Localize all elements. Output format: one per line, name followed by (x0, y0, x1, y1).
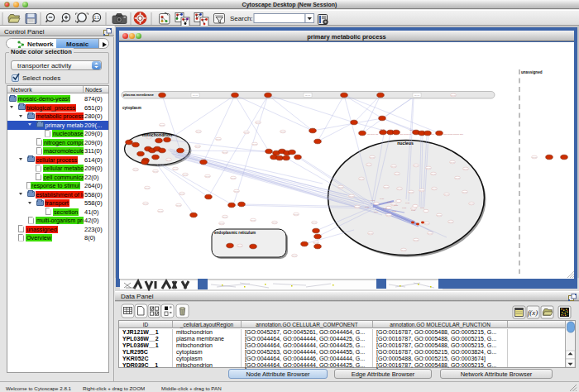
svg-text:(xx xx): (xx xx) (448, 221, 453, 222)
svg-text:(x xx): (x xx) (374, 211, 379, 213)
svg-text:mitochondrion: mitochondrion (142, 132, 172, 137)
svg-text:(xx xx): (xx xx) (244, 131, 249, 133)
svg-text:(xx xx): (xx xx) (414, 239, 419, 241)
svg-text:(xx xx): (xx xx) (437, 214, 442, 216)
svg-text:(xxx xx)(xx xxl)(xx xxx): (xxx xx)(xx xxl)(xx xxx) (443, 133, 463, 136)
svg-text:(xx): (xx) (431, 133, 434, 136)
svg-text:(xx xx): (xx xx) (463, 168, 468, 170)
svg-text:(x xx): (x xx) (392, 210, 397, 212)
svg-text:(xx xx): (xx xx) (359, 178, 364, 179)
svg-text:(xx xx)(x xxl): (xx xx)(x xxl) (367, 133, 379, 136)
svg-text:(xx xx): (xx xx) (401, 249, 406, 251)
svg-text:(xx xx): (xx xx) (193, 94, 199, 96)
svg-text:(xx xx): (xx xx) (462, 191, 467, 193)
svg-text:Search:: Search: (230, 15, 253, 22)
svg-text:(xx xx): (xx xx) (145, 187, 150, 189)
svg-text:(xx xx): (xx xx) (280, 131, 285, 132)
svg-text:(xx xx): (xx xx) (451, 94, 456, 96)
svg-text:(xx xx): (xx xx) (455, 177, 460, 179)
svg-text:(xx xx): (xx xx) (409, 191, 414, 193)
svg-text:(xx xx): (xx xx) (384, 186, 389, 188)
svg-text:(xx xx): (xx xx) (173, 168, 178, 170)
svg-text:(xx xx): (xx xx) (338, 186, 343, 188)
svg-text:(xx xx): (xx xx) (349, 195, 354, 197)
svg-text:(xx xx): (xx xx) (231, 177, 236, 179)
svg-text:(x xx): (x xx) (411, 209, 416, 211)
svg-text:(xx xx): (xx xx) (426, 167, 431, 169)
svg-text:(xx xx): (xx xx) (432, 188, 437, 189)
svg-text:(xx xx): (xx xx) (219, 222, 224, 224)
svg-text:(x xx): (x xx) (402, 207, 407, 208)
svg-text:(xx xx): (xx xx) (176, 204, 181, 206)
svg-text:(xx xx): (xx xx) (160, 124, 165, 126)
svg-text:1:1: 1:1 (94, 16, 100, 20)
svg-text:(xx xx): (xx xx) (179, 193, 184, 194)
svg-text:(xx xx): (xx xx) (234, 190, 239, 192)
svg-text:(xx xx): (xx xx) (237, 245, 242, 246)
svg-text:(xx xx): (xx xx) (414, 94, 420, 96)
svg-text:(xx xx): (xx xx) (428, 232, 433, 234)
svg-text:(xx xx): (xx xx) (414, 165, 419, 166)
svg-text:(xx xx): (xx xx) (143, 203, 148, 204)
svg-text:f(x): f(x) (528, 308, 538, 317)
svg-text:(xx xx): (xx xx) (153, 170, 158, 172)
svg-text:(xx xx): (xx xx) (223, 151, 227, 153)
svg-text:(xx xx): (xx xx) (133, 169, 138, 170)
svg-text:(xx xx): (xx xx) (366, 164, 371, 165)
svg-text:(xx xx): (xx xx) (431, 173, 436, 174)
svg-text:nucleus: nucleus (397, 141, 414, 146)
svg-text:(xx xx): (xx xx) (158, 210, 163, 212)
svg-text:(xx xx): (xx xx) (292, 255, 297, 256)
svg-text:(xx xx): (xx xx) (256, 122, 261, 123)
svg-text:(x xx): (x xx) (394, 204, 399, 206)
svg-text:(xx xx): (xx xx) (386, 214, 391, 216)
svg-text:(xx xx): (xx xx) (195, 146, 200, 147)
svg-text:(xx xx): (xx xx) (166, 159, 171, 160)
svg-text:cytoplasm: cytoplasm (122, 106, 141, 110)
svg-text:(xx xx): (xx xx) (305, 94, 311, 96)
svg-text:(xx xx): (xx xx) (355, 206, 360, 208)
svg-text:(xx xx): (xx xx) (272, 222, 277, 223)
svg-text:(xx xx): (xx xx) (196, 131, 201, 132)
svg-text:(xx xx): (xx xx) (391, 165, 396, 167)
svg-text:(xx xx): (xx xx) (395, 173, 400, 174)
svg-text:(x xx): (x xx) (371, 199, 376, 201)
svg-text:(x xx): (x xx) (405, 202, 410, 203)
svg-text:(xx xx): (xx xx) (205, 175, 210, 177)
svg-text:unassigned: unassigned (521, 70, 543, 74)
svg-text:(x xx): (x xx) (365, 206, 370, 208)
svg-text:(xx xx): (xx xx) (183, 174, 188, 175)
svg-text:endoplasmic reticulum: endoplasmic reticulum (214, 231, 256, 235)
svg-text:(xx xx): (xx xx) (444, 194, 449, 195)
svg-text:(xx xx): (xx xx) (419, 189, 424, 191)
svg-text:(xx xx): (xx xx) (312, 222, 317, 223)
svg-text:(xx xx): (xx xx) (469, 203, 474, 204)
svg-text:(x xx): (x xx) (420, 207, 425, 208)
svg-text:(xx xx): (xx xx) (313, 241, 318, 243)
svg-text:(x xl): (x xl) (380, 128, 385, 131)
svg-text:(x xx): (x xx) (380, 198, 385, 199)
svg-text:(xx xx): (xx xx) (251, 219, 256, 221)
svg-text:(xx xx): (xx xx) (368, 232, 373, 234)
svg-text:(xx xx): (xx xx) (532, 156, 537, 158)
svg-text:plasma membrane: plasma membrane (123, 93, 154, 97)
svg-text:(xx xx): (xx xx) (294, 213, 299, 215)
svg-text:(xx xx): (xx xx) (223, 216, 227, 218)
svg-text:(xx xx): (xx xx) (216, 138, 221, 140)
svg-text:(xxx xx)(xx x): (xxx xx)(xx x) (400, 133, 411, 136)
svg-text:(xx xx): (xx xx) (397, 188, 402, 189)
svg-text:(xx xx): (xx xx) (450, 161, 455, 163)
svg-text:(xx xx): (xx xx) (252, 143, 257, 145)
svg-text:(xx xx): (xx xx) (424, 222, 429, 224)
svg-text:(xx xx): (xx xx) (370, 156, 375, 158)
svg-text:(xx xx): (xx xx) (409, 129, 415, 131)
svg-text:(x xx): (x xx) (387, 201, 392, 203)
